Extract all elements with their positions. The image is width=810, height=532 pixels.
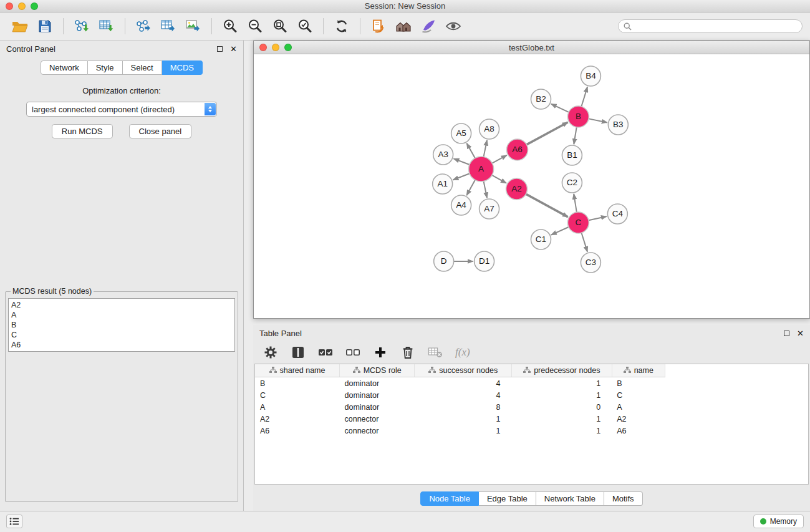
import-table-icon[interactable] bbox=[94, 14, 119, 38]
graph-edge-B-B1[interactable] bbox=[574, 127, 576, 144]
graph-edge-A-A3[interactable] bbox=[453, 158, 469, 165]
open-session-icon[interactable] bbox=[366, 14, 391, 38]
graph-node-B[interactable]: B bbox=[567, 106, 589, 127]
graph-node-B2[interactable]: B2 bbox=[531, 89, 551, 109]
save-icon[interactable] bbox=[32, 14, 57, 38]
graph-edge-C-C3[interactable] bbox=[581, 233, 587, 252]
graph-node-A7[interactable]: A7 bbox=[480, 199, 499, 219]
table-cell[interactable]: 1 bbox=[415, 413, 512, 425]
zoom-out-icon[interactable] bbox=[243, 14, 268, 38]
close-panel-icon[interactable]: ✕ bbox=[230, 45, 237, 53]
eye-icon[interactable] bbox=[441, 14, 466, 38]
table-cell[interactable]: 1 bbox=[512, 425, 612, 437]
graph-node-C[interactable]: C bbox=[567, 212, 589, 233]
table-cell[interactable]: 8 bbox=[415, 401, 512, 413]
column-header-shared-name[interactable]: shared name bbox=[255, 364, 340, 377]
column-view-icon[interactable] bbox=[291, 345, 306, 360]
minimize-window-icon[interactable] bbox=[18, 2, 26, 10]
graph-node-C3[interactable]: C3 bbox=[581, 253, 600, 273]
tab-network-table[interactable]: Network Table bbox=[536, 491, 604, 506]
table-row[interactable]: Adominator80A bbox=[255, 401, 665, 413]
column-header-predecessor-nodes[interactable]: predecessor nodes bbox=[512, 364, 612, 377]
close-network-window-icon[interactable] bbox=[259, 44, 267, 51]
column-header-successor-nodes[interactable]: successor nodes bbox=[415, 364, 512, 377]
graph-node-B3[interactable]: B3 bbox=[608, 115, 628, 135]
mcds-result-item[interactable]: A6 bbox=[11, 340, 232, 350]
tab-motifs[interactable]: Motifs bbox=[604, 491, 643, 506]
graph-node-B1[interactable]: B1 bbox=[562, 145, 582, 165]
delete-row-icon[interactable] bbox=[400, 345, 415, 360]
table-cell[interactable]: 1 bbox=[415, 425, 512, 437]
table-cell[interactable]: A2 bbox=[255, 413, 340, 425]
network-canvas[interactable]: AA1A2A3A4A5A6A7A8BB1B2B3B4CC1C2C3C4DD1 bbox=[254, 54, 809, 318]
graph-edge-A-A2[interactable] bbox=[492, 175, 506, 183]
refresh-icon[interactable] bbox=[329, 14, 354, 38]
table-row[interactable]: Bdominator41B bbox=[255, 377, 665, 390]
graph-node-D[interactable]: D bbox=[434, 251, 454, 271]
graph-node-C4[interactable]: C4 bbox=[607, 204, 627, 224]
graph-node-C2[interactable]: C2 bbox=[562, 173, 582, 193]
graph-node-A1[interactable]: A1 bbox=[433, 174, 453, 194]
close-panel-button[interactable]: Close panel bbox=[129, 124, 192, 138]
table-cell[interactable]: 1 bbox=[512, 389, 612, 401]
open-folder-icon[interactable] bbox=[7, 14, 32, 38]
table-cell[interactable]: C bbox=[255, 389, 340, 401]
table-cell[interactable]: 0 bbox=[512, 401, 612, 413]
deselect-all-icon[interactable] bbox=[345, 345, 360, 360]
column-header-name[interactable]: name bbox=[612, 364, 665, 377]
tab-network[interactable]: Network bbox=[41, 60, 88, 75]
graph-edge-A-A4[interactable] bbox=[466, 180, 475, 196]
graph-edge-A-A8[interactable] bbox=[484, 140, 487, 157]
table-cell[interactable]: 1 bbox=[512, 413, 612, 425]
graph-node-A6[interactable]: A6 bbox=[507, 139, 528, 160]
memory-button[interactable]: Memory bbox=[753, 515, 804, 528]
table-cell[interactable]: A6 bbox=[255, 425, 340, 437]
graph-edge-B-B3[interactable] bbox=[589, 118, 607, 122]
graph-node-A2[interactable]: A2 bbox=[506, 178, 528, 200]
export-image-icon[interactable] bbox=[181, 14, 206, 38]
graph-edge-B-B4[interactable] bbox=[581, 87, 587, 107]
table-cell[interactable]: A2 bbox=[612, 413, 665, 425]
minimize-network-window-icon[interactable] bbox=[272, 44, 279, 51]
network-graph[interactable]: AA1A2A3A4A5A6A7A8BB1B2B3B4CC1C2C3C4DD1 bbox=[254, 54, 809, 318]
mcds-result-item[interactable]: C bbox=[11, 330, 232, 340]
tab-edge-table[interactable]: Edge Table bbox=[479, 491, 536, 506]
graph-node-A4[interactable]: A4 bbox=[451, 195, 471, 215]
table-cell[interactable]: B bbox=[612, 377, 665, 390]
table-cell[interactable]: A bbox=[612, 401, 665, 413]
graph-edge-A-A5[interactable] bbox=[466, 143, 475, 158]
table-cell[interactable]: dominator bbox=[340, 401, 415, 413]
tab-node-table[interactable]: Node Table bbox=[420, 491, 479, 506]
graph-edge-A-A7[interactable] bbox=[484, 181, 487, 198]
graph-node-B4[interactable]: B4 bbox=[581, 66, 600, 86]
graph-edge-C-C4[interactable] bbox=[589, 216, 607, 220]
float-table-panel-icon[interactable] bbox=[784, 331, 789, 336]
table-cell[interactable]: connector bbox=[340, 425, 415, 437]
zoom-network-window-icon[interactable] bbox=[284, 44, 292, 51]
table-row[interactable]: Cdominator41C bbox=[255, 389, 665, 401]
graph-edge-B-B2[interactable] bbox=[551, 104, 569, 112]
graph-node-A8[interactable]: A8 bbox=[480, 119, 499, 139]
mcds-result-item[interactable]: A2 bbox=[11, 300, 232, 310]
table-cell[interactable]: B bbox=[255, 377, 340, 390]
graph-edge-A2-C[interactable] bbox=[526, 194, 567, 217]
graph-node-A3[interactable]: A3 bbox=[433, 145, 453, 165]
search-input[interactable] bbox=[635, 22, 797, 31]
table-cell[interactable]: 1 bbox=[512, 377, 612, 390]
graph-node-A5[interactable]: A5 bbox=[451, 123, 471, 143]
select-all-icon[interactable] bbox=[318, 345, 333, 360]
zoom-window-icon[interactable] bbox=[31, 2, 38, 10]
task-history-icon[interactable] bbox=[6, 515, 22, 528]
tab-select[interactable]: Select bbox=[123, 60, 162, 75]
zoom-selected-icon[interactable] bbox=[292, 14, 317, 38]
table-cell[interactable]: A bbox=[255, 401, 340, 413]
zoom-in-icon[interactable] bbox=[218, 14, 243, 38]
table-cell[interactable]: dominator bbox=[340, 377, 415, 390]
export-network-icon[interactable] bbox=[131, 14, 156, 38]
export-table-icon[interactable] bbox=[156, 14, 181, 38]
mcds-result-item[interactable]: A bbox=[11, 310, 232, 320]
mcds-result-list[interactable]: A2ABCA6 bbox=[8, 298, 235, 352]
home-icon[interactable] bbox=[391, 14, 416, 38]
graph-edge-A6-B[interactable] bbox=[526, 122, 567, 145]
table-cell[interactable]: connector bbox=[340, 413, 415, 425]
